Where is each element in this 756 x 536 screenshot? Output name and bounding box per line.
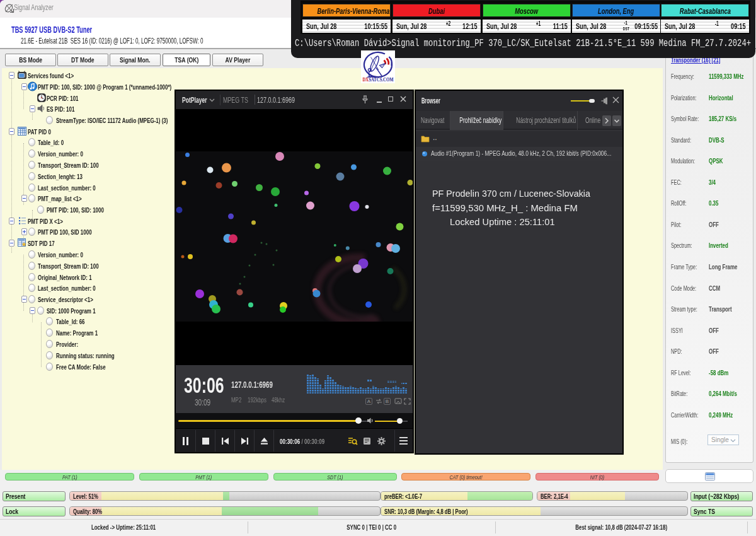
svg-text:DXSATCS.COM: DXSATCS.COM <box>363 76 394 83</box>
